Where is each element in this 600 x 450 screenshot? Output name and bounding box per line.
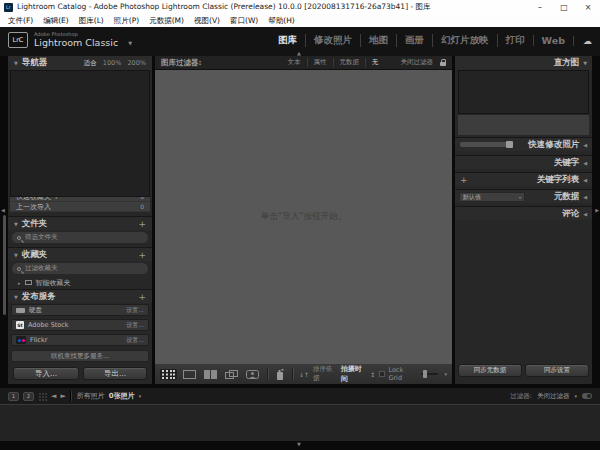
add-keyword-button[interactable]: + xyxy=(460,175,468,185)
module-web[interactable]: Web xyxy=(533,35,573,46)
module-slideshow[interactable]: 幻灯片放映 xyxy=(432,34,497,47)
menu-photo[interactable]: 照片(P) xyxy=(109,16,144,26)
menu-help[interactable]: 帮助(H) xyxy=(263,16,300,26)
menu-edit[interactable]: 编辑(E) xyxy=(38,16,74,26)
filmstrip-filter-toggle[interactable] xyxy=(582,393,592,399)
menu-file[interactable]: 文件(F) xyxy=(3,16,38,26)
sort-by-label: 排序依据 xyxy=(313,365,337,383)
secondary-monitor-button[interactable]: 2 xyxy=(23,392,34,401)
chevron-down-icon: ▼ xyxy=(128,40,132,46)
import-button[interactable]: 导入... xyxy=(13,367,79,380)
zoom-fit-option[interactable]: 适合 xyxy=(84,59,97,68)
metadata-header[interactable]: 默认值 ▾ 元数据 ◀ xyxy=(455,189,592,203)
close-button[interactable]: × xyxy=(576,0,600,14)
service-name: Adobe Stock xyxy=(28,321,69,329)
source-all-photos-label[interactable]: 所有照片 xyxy=(77,391,105,401)
filter-metadata-option[interactable]: 元数据 xyxy=(333,58,366,67)
module-develop[interactable]: 修改照片 xyxy=(305,34,360,47)
add-collection-button[interactable]: + xyxy=(138,250,146,260)
service-setup-link[interactable]: 设置... xyxy=(126,321,144,330)
loupe-view-icon[interactable] xyxy=(181,369,198,380)
quick-develop-header[interactable]: 快速修改照片 ◀ xyxy=(455,137,592,151)
people-view-icon[interactable] xyxy=(244,369,261,380)
painter-spray-can-icon[interactable] xyxy=(274,368,286,381)
module-print[interactable]: 打印 xyxy=(497,34,533,47)
find-more-services-button[interactable]: 联机查找更多服务... xyxy=(11,350,149,362)
menu-library[interactable]: 图库(L) xyxy=(74,16,109,26)
disclosure-triangle-icon: ▼ xyxy=(14,252,18,258)
sort-criteria-dropdown[interactable]: 拍摄时间 xyxy=(341,364,367,384)
app-name[interactable]: Lightroom Classic ▼ xyxy=(34,37,132,48)
collections-filter-field[interactable]: 过滤收藏夹 xyxy=(12,263,148,274)
forward-arrow-icon[interactable]: ► xyxy=(60,392,65,400)
source-chevron-icon[interactable]: ▾ xyxy=(139,393,142,399)
publish-service-flickr[interactable]: Flickr 设置... xyxy=(11,334,149,346)
collections-title: 收藏夹 xyxy=(22,249,48,261)
lock-grid-checkbox[interactable] xyxy=(379,371,385,377)
zoom-200-option[interactable]: 200% xyxy=(127,59,146,67)
collapse-right-panel-arrow[interactable]: ▶ xyxy=(595,207,599,213)
histogram-header[interactable]: 直方图 ▼ xyxy=(455,56,592,70)
slider-thumb[interactable] xyxy=(423,370,427,378)
add-publish-service-button[interactable]: + xyxy=(138,292,146,302)
export-button[interactable]: 导出... xyxy=(83,367,147,380)
smart-collections-label: 智能收藏夹 xyxy=(36,278,71,288)
menu-view[interactable]: 视图(V) xyxy=(189,16,225,26)
primary-monitor-button[interactable]: 1 xyxy=(8,392,19,401)
zoom-100-option[interactable]: 100% xyxy=(103,59,122,67)
menu-window[interactable]: 窗口(W) xyxy=(225,16,263,26)
publish-service-adobe-stock[interactable]: St Adobe Stock 设置... xyxy=(11,319,149,331)
collapse-filmstrip-arrow[interactable]: ▼ xyxy=(297,441,301,447)
filter-preset-dropdown[interactable]: 关闭过滤器 xyxy=(401,58,434,67)
app-window: LrC Adobe Photoshop Lightroom Classic ▼ … xyxy=(0,27,600,450)
filmstrip-filter-dropdown[interactable]: 关闭过滤器 xyxy=(537,392,570,401)
module-map[interactable]: 地图 xyxy=(360,34,396,47)
left-panel-scrollbar[interactable] xyxy=(3,215,6,315)
publish-service-hard-drive[interactable]: 硬盘 设置... xyxy=(11,304,149,316)
collapse-left-panel-arrow[interactable]: ◀ xyxy=(1,207,5,213)
collections-header[interactable]: ▼ 收藏夹 + xyxy=(8,247,152,261)
photo-count-label[interactable]: 0张照片 xyxy=(109,391,135,401)
service-setup-link[interactable]: 设置... xyxy=(126,306,144,315)
keywording-header[interactable]: 关键字 ◀ xyxy=(455,155,592,169)
filter-none-option[interactable]: 无 xyxy=(365,58,385,67)
keyword-list-header[interactable]: + 关键字列表 ◀ xyxy=(455,172,592,186)
quick-develop-slider[interactable] xyxy=(460,142,512,147)
filter-text-option[interactable]: 文本 xyxy=(282,58,307,67)
module-library[interactable]: 图库 xyxy=(270,34,305,47)
comments-header[interactable]: 评论 ◀ xyxy=(455,206,592,220)
add-folder-button[interactable]: + xyxy=(138,219,146,229)
smart-collections-row[interactable]: ▸ 智能收藏夹 xyxy=(8,277,152,288)
folders-header[interactable]: ▼ 文件夹 + xyxy=(8,216,152,230)
maximize-button[interactable]: □ xyxy=(552,0,576,14)
module-book[interactable]: 画册 xyxy=(396,34,432,47)
grid-view-shortcut-icon[interactable] xyxy=(38,392,47,401)
toolbar-options-chevron-icon[interactable]: ▾ xyxy=(444,371,447,377)
sync-metadata-button[interactable]: 同步元数据 xyxy=(458,364,522,377)
sync-settings-button[interactable]: 同步设置 xyxy=(525,364,589,377)
thumbnail-size-slider[interactable] xyxy=(421,373,438,375)
expand-triangle-icon[interactable]: ▸ xyxy=(18,280,21,286)
compare-view-icon[interactable] xyxy=(202,369,219,380)
service-setup-link[interactable]: 设置... xyxy=(126,336,144,345)
metadata-preset-dropdown[interactable]: 默认值 ▾ xyxy=(459,192,525,202)
slider-knob[interactable] xyxy=(506,141,513,148)
collapsed-triangle-icon: ◀ xyxy=(583,142,587,148)
publish-services-header[interactable]: ▼ 发布服务 + xyxy=(8,289,152,303)
sort-direction-icon[interactable]: ↓↑ xyxy=(299,371,309,378)
navigator-header[interactable]: ▼ 导航器 适合 100% 200% xyxy=(8,56,152,70)
minimize-button[interactable]: – xyxy=(528,0,552,14)
disclosure-triangle-icon: ▼ xyxy=(14,60,18,66)
folders-filter-field[interactable]: 筛选文件夹 xyxy=(12,232,148,243)
menu-metadata[interactable]: 元数据(M) xyxy=(144,16,189,26)
survey-view-icon[interactable] xyxy=(223,369,240,380)
back-arrow-icon[interactable]: ◄ xyxy=(51,392,56,400)
folders-filter-placeholder: 筛选文件夹 xyxy=(25,233,58,242)
grid-view-icon[interactable] xyxy=(160,369,177,380)
cloud-sync-icon[interactable]: ☁ xyxy=(573,36,592,46)
library-filter-title: 图库过滤器: xyxy=(161,58,202,68)
filter-lock-icon[interactable] xyxy=(440,62,446,66)
catalog-previous-import-row[interactable]: 上一次导入 0 xyxy=(10,202,150,212)
app-icon: Lr xyxy=(4,3,13,12)
filter-attribute-option[interactable]: 属性 xyxy=(307,58,333,67)
